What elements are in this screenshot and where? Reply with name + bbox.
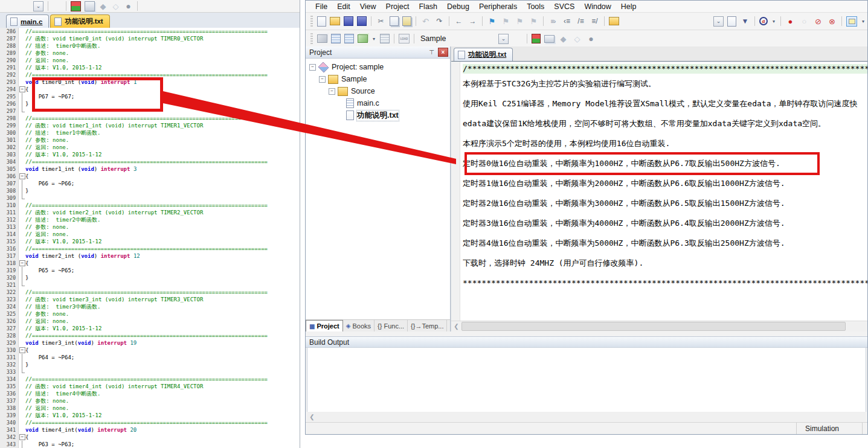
navigate-back-icon[interactable]: ← bbox=[454, 16, 464, 27]
code-line[interactable]: 334//===================================… bbox=[0, 376, 300, 383]
fold-collapse-icon[interactable] bbox=[19, 434, 25, 441]
component-funnel-icon[interactable]: ◇ bbox=[111, 2, 120, 11]
find-in-files-icon[interactable] bbox=[609, 17, 619, 25]
insert-breakpoint-icon[interactable]: ● bbox=[785, 16, 796, 27]
menu-window[interactable]: Window bbox=[579, 2, 616, 11]
code-line[interactable]: 330{ bbox=[0, 347, 300, 354]
cut-icon[interactable]: ✂ bbox=[376, 16, 386, 27]
indent-right-icon[interactable]: ‹≡ bbox=[562, 16, 572, 27]
translate-file-icon[interactable] bbox=[317, 34, 327, 43]
code-line[interactable]: 328//===================================… bbox=[0, 332, 300, 339]
code-line[interactable]: 296} bbox=[0, 100, 300, 107]
redo-icon[interactable]: ↷ bbox=[434, 16, 445, 27]
code-line[interactable]: 303// 版本: V1.0, 2015-1-12 bbox=[0, 151, 300, 158]
code-line[interactable]: 332} bbox=[0, 361, 300, 368]
comment-selection-icon[interactable]: /≡ bbox=[576, 16, 586, 27]
batch-build-dropdown-icon[interactable]: ▾ bbox=[371, 34, 376, 44]
code-line[interactable]: 312// 描述: timer2中断函数. bbox=[0, 216, 300, 223]
code-line[interactable]: 324// 描述: timer3中断函数. bbox=[0, 303, 300, 310]
code-line[interactable]: 329void timer3_int(void) interrupt 19 bbox=[0, 339, 300, 347]
code-line[interactable]: 294{ bbox=[0, 86, 300, 93]
tree-expander-icon[interactable]: − bbox=[329, 88, 335, 95]
tree-item-project-sample[interactable]: −Project: sample bbox=[306, 61, 450, 73]
component-diamond-icon[interactable]: ◆ bbox=[558, 34, 568, 44]
code-line[interactable]: 300// 描述: timer1中断函数. bbox=[0, 129, 300, 136]
copy-icon[interactable] bbox=[390, 16, 399, 26]
component-sphere-icon[interactable]: ● bbox=[586, 34, 596, 44]
indent-left-icon[interactable]: ≡› bbox=[548, 16, 558, 27]
zoom-dropdown-icon[interactable]: ▾ bbox=[771, 16, 776, 27]
editor-horizontal-scrollbar[interactable]: ❮ bbox=[451, 321, 867, 331]
code-line[interactable]: 333 bbox=[0, 368, 300, 376]
code-line[interactable]: 331 P64 = ~P64; bbox=[0, 354, 300, 361]
disable-all-breakpoints-icon[interactable]: ⊘ bbox=[813, 16, 823, 27]
menu-view[interactable]: View bbox=[355, 2, 381, 11]
code-line[interactable]: 320} bbox=[0, 274, 300, 281]
manage-windows-icon[interactable] bbox=[85, 1, 95, 11]
options-wand-icon[interactable] bbox=[512, 34, 522, 44]
code-line[interactable]: 309 bbox=[0, 194, 300, 202]
code-line[interactable]: 318{ bbox=[0, 260, 300, 267]
code-line[interactable]: 290// 返回: none. bbox=[0, 57, 300, 64]
start-debug-icon[interactable] bbox=[71, 1, 81, 11]
code-line[interactable]: 325// 参数: none. bbox=[0, 310, 300, 318]
start-debug-icon[interactable] bbox=[532, 34, 541, 43]
tree-item-source[interactable]: −Source bbox=[306, 85, 450, 97]
menu-flash[interactable]: Flash bbox=[414, 2, 442, 11]
menu-tools[interactable]: Tools bbox=[522, 2, 549, 11]
find-in-files-dialog-icon[interactable] bbox=[727, 16, 736, 27]
rebuild-all-icon[interactable] bbox=[344, 34, 354, 43]
code-line[interactable]: 297 bbox=[0, 107, 300, 115]
code-line[interactable]: 298//===================================… bbox=[0, 115, 300, 122]
fold-collapse-icon[interactable] bbox=[19, 260, 25, 267]
menu-edit[interactable]: Edit bbox=[332, 2, 355, 11]
code-line[interactable]: 335// 函数: void timer4_int (void) interru… bbox=[0, 383, 300, 390]
menu-file[interactable]: File bbox=[310, 2, 332, 11]
bookmark-next-icon[interactable]: ⚑ bbox=[515, 16, 525, 27]
panel-tab-books[interactable]: ◈Books bbox=[343, 320, 375, 331]
fold-collapse-icon[interactable] bbox=[19, 173, 25, 180]
search-combo-icon[interactable]: ⌄ bbox=[713, 16, 724, 27]
menu-peripherals[interactable]: Peripherals bbox=[474, 2, 522, 11]
code-line[interactable]: 287// 函数: void timer0_int (void) interru… bbox=[0, 35, 300, 42]
undo-icon[interactable]: ↶ bbox=[420, 16, 431, 27]
code-line[interactable]: 317void timer2_int (void) interrupt 12 bbox=[0, 252, 300, 260]
fold-collapse-icon[interactable] bbox=[19, 347, 25, 354]
download-load-icon[interactable]: LOAD bbox=[399, 34, 410, 43]
code-line[interactable]: 343 P63 = ~P63; bbox=[0, 441, 300, 448]
code-line[interactable]: 286//===================================… bbox=[0, 28, 300, 35]
code-line[interactable]: 310//===================================… bbox=[0, 202, 300, 209]
code-line[interactable]: 308} bbox=[0, 187, 300, 194]
new-file-icon[interactable] bbox=[317, 16, 326, 27]
code-line[interactable]: 305void timer1_int (void) interrupt 3 bbox=[0, 165, 300, 173]
memory-zoom-icon[interactable]: d bbox=[759, 17, 768, 25]
options-wand-icon[interactable] bbox=[53, 2, 62, 11]
code-line[interactable]: 337// 参数: none. bbox=[0, 397, 300, 405]
code-line[interactable]: 292//===================================… bbox=[0, 71, 300, 78]
right-editor-content[interactable]: /***************************************… bbox=[451, 62, 867, 321]
tab-function-description[interactable]: 功能说明.txt bbox=[50, 14, 109, 28]
scroll-left-icon[interactable]: ❮ bbox=[451, 323, 461, 330]
kill-all-breakpoints-icon[interactable]: ⊗ bbox=[827, 16, 837, 27]
uncomment-selection-icon[interactable]: ≡/ bbox=[590, 16, 600, 27]
menu-help[interactable]: Help bbox=[616, 2, 641, 11]
code-line[interactable]: 293void timer0_int (void) interrupt 1 bbox=[0, 78, 300, 86]
code-line[interactable]: 307 P66 = ~P66; bbox=[0, 180, 300, 187]
fold-collapse-icon[interactable] bbox=[19, 86, 25, 93]
manage-windows-icon[interactable] bbox=[544, 35, 555, 43]
tab-function-description[interactable]: 功能说明.txt bbox=[454, 48, 513, 61]
close-icon[interactable]: × bbox=[438, 48, 448, 57]
tree-expander-icon[interactable]: − bbox=[319, 76, 326, 83]
save-icon[interactable] bbox=[344, 16, 353, 26]
navigate-forward-icon[interactable]: → bbox=[468, 16, 478, 27]
code-line[interactable]: 319 P65 = ~P65; bbox=[0, 267, 300, 274]
code-line[interactable]: 342{ bbox=[0, 434, 300, 441]
code-line[interactable]: 315// 版本: V1.0, 2015-1-12 bbox=[0, 238, 300, 245]
component-funnel-icon[interactable]: ◇ bbox=[572, 34, 582, 44]
bookmark-clear-icon[interactable]: ⚑ bbox=[529, 16, 539, 27]
code-line[interactable]: 338// 返回: none. bbox=[0, 405, 300, 412]
target-select-combo[interactable]: Sample bbox=[417, 34, 497, 43]
bookmark-toggle-icon[interactable]: ⚑ bbox=[487, 16, 497, 27]
component-diamond-icon[interactable]: ◆ bbox=[98, 2, 108, 11]
menu-project[interactable]: Project bbox=[381, 2, 414, 11]
